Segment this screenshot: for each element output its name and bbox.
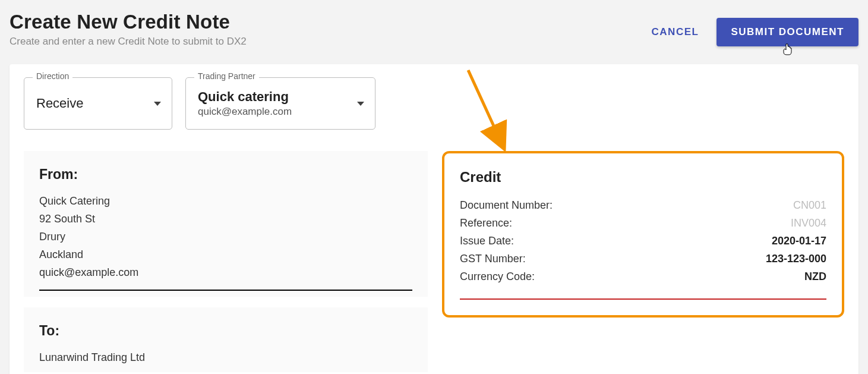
from-divider bbox=[39, 290, 412, 291]
submit-document-button[interactable]: SUBMIT DOCUMENT bbox=[717, 18, 858, 46]
credit-row-issue-date: Issue Date: 2020-01-17 bbox=[460, 232, 826, 250]
from-panel: From: Quick Catering 92 South St Drury A… bbox=[24, 151, 428, 297]
page-subtitle: Create and enter a new Credit Note to su… bbox=[10, 36, 247, 48]
currency-code-value: NZD bbox=[804, 268, 826, 285]
from-region: Auckland bbox=[39, 246, 412, 263]
credit-row-gst: GST Number: 123-123-000 bbox=[460, 250, 826, 268]
partner-inner: Quick catering quick@example.com bbox=[198, 89, 292, 118]
pointer-cursor-icon bbox=[783, 43, 793, 58]
credit-highlight-box: Credit Document Number: CN001 Reference:… bbox=[442, 151, 844, 318]
trading-partner-label: Trading Partner bbox=[194, 71, 259, 81]
from-heading: From: bbox=[39, 166, 412, 183]
issue-date-label: Issue Date: bbox=[460, 232, 514, 250]
credit-row-reference: Reference: INV004 bbox=[460, 214, 826, 232]
direction-select[interactable]: Direction Receive bbox=[24, 77, 172, 130]
doc-number-value: CN001 bbox=[793, 196, 826, 214]
currency-code-label: Currency Code: bbox=[460, 268, 535, 285]
reference-value: INV004 bbox=[791, 214, 826, 232]
credit-row-currency: Currency Code: NZD bbox=[460, 268, 826, 285]
to-heading: To: bbox=[39, 323, 412, 339]
gst-number-value: 123-123-000 bbox=[766, 250, 826, 268]
credit-heading: Credit bbox=[460, 169, 826, 186]
direction-label: Direction bbox=[33, 71, 72, 81]
partner-name: Quick catering bbox=[198, 89, 292, 105]
credit-divider bbox=[460, 298, 826, 300]
direction-value: Receive bbox=[36, 96, 83, 111]
issue-date-value: 2020-01-17 bbox=[772, 232, 826, 250]
chevron-down-icon bbox=[357, 102, 364, 106]
page-title: Create New Credit Note bbox=[10, 11, 247, 33]
from-street: 92 South St bbox=[39, 210, 412, 228]
to-panel: To: Lunarwind Trading Ltd bbox=[24, 307, 428, 372]
to-company: Lunarwind Trading Ltd bbox=[39, 348, 412, 366]
right-column: Credit Document Number: CN001 Reference:… bbox=[442, 151, 844, 374]
selectors-row: Direction Receive Trading Partner Quick … bbox=[24, 77, 844, 130]
title-block: Create New Credit Note Create and enter … bbox=[10, 11, 247, 48]
reference-label: Reference: bbox=[460, 214, 512, 232]
credit-row-doc-number: Document Number: CN001 bbox=[460, 196, 826, 214]
header-actions: CANCEL SUBMIT DOCUMENT bbox=[648, 11, 858, 46]
partner-email: quick@example.com bbox=[198, 106, 292, 118]
chevron-down-icon bbox=[154, 102, 161, 106]
submit-button-label: SUBMIT DOCUMENT bbox=[731, 26, 844, 37]
page-root: Create New Credit Note Create and enter … bbox=[0, 0, 868, 374]
from-lines: Quick Catering 92 South St Drury Aucklan… bbox=[39, 192, 412, 281]
form-card: Direction Receive Trading Partner Quick … bbox=[10, 64, 858, 374]
columns: From: Quick Catering 92 South St Drury A… bbox=[24, 151, 844, 374]
from-company: Quick Catering bbox=[39, 192, 412, 210]
doc-number-label: Document Number: bbox=[460, 196, 553, 214]
header-row: Create New Credit Note Create and enter … bbox=[10, 11, 858, 48]
left-column: From: Quick Catering 92 South St Drury A… bbox=[24, 151, 428, 374]
gst-number-label: GST Number: bbox=[460, 250, 526, 268]
to-lines: Lunarwind Trading Ltd bbox=[39, 348, 412, 366]
from-city: Drury bbox=[39, 228, 412, 246]
cancel-button[interactable]: CANCEL bbox=[648, 26, 703, 39]
trading-partner-select[interactable]: Trading Partner Quick catering quick@exa… bbox=[185, 77, 375, 130]
from-email: quick@example.com bbox=[39, 263, 412, 281]
